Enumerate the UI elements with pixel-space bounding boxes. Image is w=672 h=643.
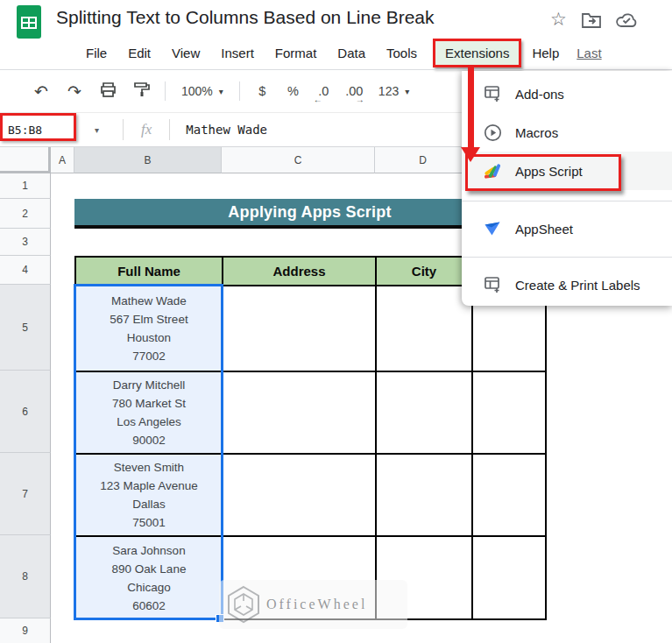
increase-decimal-button[interactable]: .00 → — [339, 84, 370, 98]
cell-d7[interactable] — [377, 455, 473, 537]
left-arrow-icon: ← — [314, 95, 322, 104]
print-icon[interactable] — [91, 81, 124, 102]
menu-item-macros[interactable]: Macros — [462, 113, 672, 152]
menu-item-apps-script[interactable]: Apps Script — [462, 152, 672, 190]
zoom-control[interactable]: 100% ▾ — [173, 84, 232, 98]
toolbar-separator — [165, 81, 166, 101]
menu-item-create-print-labels[interactable]: Create & Print Labels — [462, 265, 672, 304]
more-formats-button[interactable]: 123 ▾ — [370, 84, 418, 98]
row-header-9[interactable]: 9 — [0, 618, 51, 643]
menu-tools[interactable]: Tools — [376, 40, 428, 66]
decrease-decimal-button[interactable]: .0 ← — [308, 84, 339, 98]
menu-divider — [462, 257, 672, 258]
menu-item-label: Apps Script — [515, 164, 583, 179]
menu-edit[interactable]: Edit — [117, 40, 161, 66]
last-edit-link[interactable]: Last — [577, 46, 601, 60]
play-circle-icon — [483, 123, 502, 142]
cell-e8[interactable] — [473, 537, 547, 620]
name-box[interactable]: B5:B8 — [0, 124, 95, 137]
titlebar: Splitting Text to Columns Based on Line … — [0, 0, 672, 37]
column-header-b[interactable]: B — [74, 147, 222, 173]
table-header-city[interactable]: City — [377, 258, 473, 286]
cell-b5[interactable]: Mathew Wade 567 Elm Street Houston 77002 — [76, 286, 223, 372]
watermark: OfficeWheel — [219, 580, 407, 629]
cell-b8[interactable]: Sara Johnson 890 Oak Lane Chicago 60602 — [76, 537, 223, 620]
watermark-text: OfficeWheel — [266, 597, 367, 612]
menu-item-appsheet[interactable]: AppSheet — [462, 209, 672, 248]
menu-data[interactable]: Data — [327, 40, 376, 66]
column-header-a[interactable]: A — [51, 147, 74, 173]
google-sheets-logo-icon — [16, 4, 42, 39]
row-header-5[interactable]: 5 — [0, 285, 51, 371]
menu-file[interactable]: File — [75, 40, 117, 66]
table-header-address[interactable]: Address — [223, 258, 377, 286]
addon-grid-plus-icon — [483, 275, 502, 294]
cell-e6[interactable] — [473, 372, 547, 455]
document-title[interactable]: Splitting Text to Columns Based on Line … — [56, 7, 435, 28]
menu-item-label: Create & Print Labels — [515, 278, 640, 293]
google-sheets-window: Splitting Text to Columns Based on Line … — [0, 0, 672, 643]
row-header-7[interactable]: 7 — [0, 453, 51, 535]
cell-c5[interactable] — [223, 286, 377, 372]
cell-d6[interactable] — [377, 372, 473, 455]
menu-format[interactable]: Format — [265, 40, 328, 66]
officewheel-hexagon-icon — [226, 585, 261, 624]
cell-e7[interactable] — [473, 455, 547, 537]
column-header-d[interactable]: D — [375, 147, 471, 173]
right-arrow-icon: → — [356, 95, 364, 104]
column-header-c[interactable]: C — [222, 147, 375, 173]
undo-icon[interactable]: ↶ — [25, 81, 58, 102]
apps-script-icon — [483, 161, 502, 180]
paint-format-icon[interactable] — [124, 81, 158, 102]
chevron-down-icon: ▾ — [219, 87, 223, 96]
cell-c6[interactable] — [223, 372, 377, 455]
toolbar-separator — [239, 81, 240, 101]
cell-d5[interactable] — [377, 286, 473, 372]
cell-b6[interactable]: Darry Mitchell 780 Market St Los Angeles… — [76, 372, 223, 455]
extensions-dropdown-menu: Add-ons Macros Apps Script — [462, 71, 672, 306]
row-header-2[interactable]: 2 — [0, 199, 51, 229]
menu-insert[interactable]: Insert — [210, 40, 265, 66]
currency-format-button[interactable]: $ — [247, 84, 278, 98]
row-header-3[interactable]: 3 — [0, 229, 51, 256]
table-header-full-name[interactable]: Full Name — [76, 258, 223, 286]
move-folder-icon[interactable] — [581, 11, 602, 29]
percent-format-button[interactable]: % — [278, 84, 308, 98]
menu-help[interactable]: Help — [521, 40, 569, 66]
menu-item-add-ons[interactable]: Add-ons — [462, 74, 672, 113]
formula-separator — [123, 119, 124, 140]
menu-item-label: Add-ons — [515, 87, 564, 102]
menu-view[interactable]: View — [161, 40, 210, 66]
menu-divider — [462, 201, 672, 201]
menubar: File Edit View Insert Format Data Tools … — [0, 37, 672, 69]
star-icon[interactable]: ☆ — [550, 9, 567, 30]
menu-item-label: AppSheet — [515, 222, 573, 237]
fx-icon: fx — [129, 121, 164, 138]
zoom-level: 100% — [181, 84, 213, 98]
row-header-8[interactable]: 8 — [0, 535, 51, 618]
cell-b7[interactable]: Steven Smith 123 Maple Avenue Dallas 750… — [76, 455, 223, 537]
redo-icon[interactable]: ↷ — [58, 81, 91, 102]
formula-input[interactable]: Mathew Wade — [175, 123, 267, 137]
menu-item-label: Macros — [515, 125, 558, 140]
formula-separator — [169, 119, 170, 140]
appsheet-icon — [483, 219, 502, 238]
more-formats-label: 123 — [378, 84, 399, 98]
chevron-down-icon: ▾ — [405, 87, 409, 96]
row-header-1[interactable]: 1 — [0, 173, 51, 199]
data-table: Full Name Address City Mathew Wade 567 E… — [74, 256, 545, 618]
menu-extensions-highlighted[interactable]: Extensions — [433, 39, 521, 67]
select-all-corner[interactable] — [0, 147, 51, 173]
cell-c7[interactable] — [223, 455, 377, 537]
row-header-4[interactable]: 4 — [0, 256, 51, 285]
name-box-caret-icon[interactable]: ▾ — [95, 125, 117, 135]
row-header-6[interactable]: 6 — [0, 371, 51, 453]
addon-grid-plus-icon — [483, 84, 502, 103]
cloud-saved-icon[interactable] — [615, 11, 638, 29]
